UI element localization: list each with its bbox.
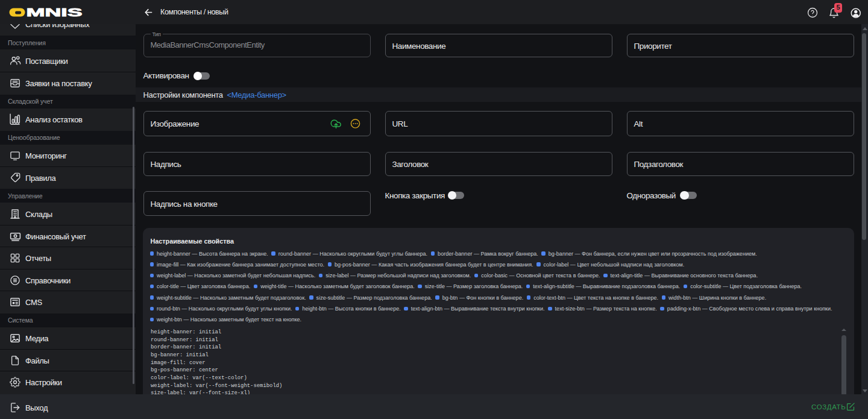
svg-text:MNIS: MNIS xyxy=(27,6,83,19)
